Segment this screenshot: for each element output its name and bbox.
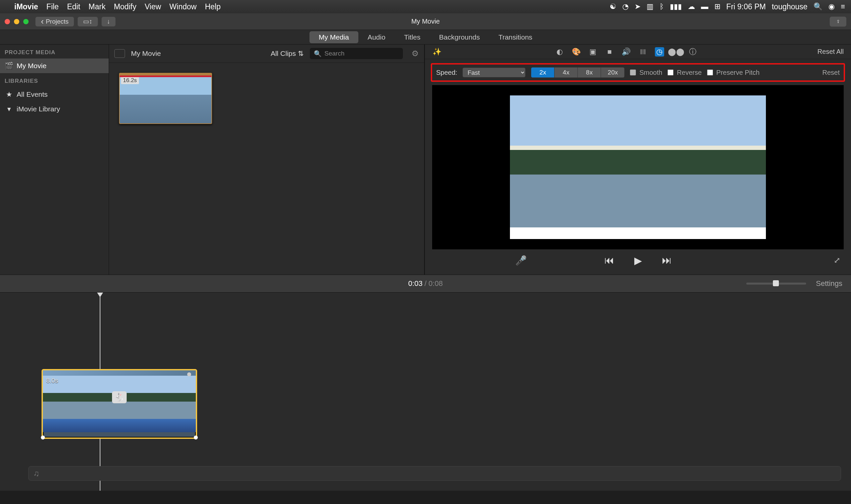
speed-4x-button[interactable]: 4x	[555, 68, 578, 77]
clip-trim-handle-right[interactable]	[194, 435, 198, 439]
menu-window[interactable]: Window	[169, 2, 197, 11]
cloud-icon[interactable]: ☁	[688, 2, 695, 11]
reverse-checkbox[interactable]: Reverse	[668, 69, 701, 76]
browser-settings-button[interactable]: ⚙	[412, 49, 419, 58]
timecode-display: 0:03/0:08	[408, 279, 443, 288]
display-icon[interactable]: ▥	[647, 2, 654, 11]
menu-mark[interactable]: Mark	[88, 2, 105, 11]
timeline-clip-duration: 8.0s	[46, 377, 58, 384]
battery2-icon[interactable]: ▬	[701, 2, 708, 11]
total-time: 0:08	[429, 279, 443, 288]
clapboard-icon: 🎬	[5, 62, 13, 70]
smooth-checkbox[interactable]: Smooth	[630, 69, 662, 76]
timeline-settings-button[interactable]: Settings	[816, 279, 843, 288]
fullscreen-button[interactable]: ⤢	[834, 256, 840, 265]
location-icon[interactable]: ➤	[635, 2, 640, 11]
star-icon: ★	[5, 90, 13, 98]
color-correction-icon[interactable]: 🎨	[572, 47, 581, 56]
reset-all-button[interactable]: Reset All	[817, 48, 844, 55]
status-icon[interactable]: ◔	[622, 2, 629, 11]
sidebar-toggle-button[interactable]	[114, 49, 125, 58]
previous-button[interactable]: ⏮	[604, 255, 614, 266]
chevron-updown-icon: ⇅	[298, 50, 304, 57]
macos-menubar: iMovie File Edit Mark Modify View Window…	[0, 0, 851, 13]
menubar-user[interactable]: toughouse	[772, 2, 808, 11]
close-window-button[interactable]	[5, 19, 10, 24]
speed-label: Speed:	[436, 69, 457, 76]
clip-filter-icon[interactable]: ⬤⬤	[671, 47, 681, 56]
timeline-zoom-slider[interactable]	[746, 283, 806, 285]
audio-waveform[interactable]	[43, 419, 196, 432]
fullscreen-window-button[interactable]	[23, 19, 29, 24]
disclosure-triangle-icon[interactable]: ▾	[5, 105, 13, 113]
sidebar-item-label: My Movie	[17, 62, 47, 70]
menu-file[interactable]: File	[47, 2, 59, 11]
speed-multiplier-segmented: 2x 4x 8x 20x	[531, 67, 624, 78]
menu-modify[interactable]: Modify	[114, 2, 136, 11]
back-to-projects-button[interactable]: Projects	[35, 17, 74, 26]
grid-icon[interactable]: ⊞	[714, 2, 720, 11]
tab-backgrounds[interactable]: Backgrounds	[430, 31, 489, 43]
clip-trim-handle-left[interactable]	[41, 435, 45, 439]
clips-filter-dropdown[interactable]: All Clips ⇅	[271, 50, 304, 57]
browser-content: 16.2s	[109, 63, 424, 275]
timeline[interactable]: 8.0s 🐇 ♫	[0, 292, 851, 491]
tab-transitions[interactable]: Transitions	[489, 31, 542, 43]
notification-center-icon[interactable]: ≡	[841, 2, 845, 11]
next-button[interactable]: ⏭	[662, 255, 672, 266]
spotlight-icon[interactable]: 🔍	[813, 2, 822, 11]
info-icon[interactable]: ⓘ	[688, 47, 698, 56]
minimize-window-button[interactable]	[14, 19, 19, 24]
section-project-media: PROJECT MEDIA	[0, 44, 109, 58]
media-clip[interactable]: 16.2s	[119, 73, 212, 124]
preserve-pitch-checkbox[interactable]: Preserve Pitch	[707, 69, 760, 76]
import-media-button[interactable]: ▭↕	[77, 17, 98, 26]
sidebar-item-all-events[interactable]: ★ All Events	[0, 87, 109, 102]
timeline-header: 0:03/0:08 Settings	[0, 275, 851, 292]
stabilization-icon[interactable]: ■	[605, 47, 614, 56]
auto-enhance-icon[interactable]: ✨	[432, 47, 441, 56]
app-menu[interactable]: iMovie	[14, 2, 38, 11]
sidebar-item-label: All Events	[17, 90, 48, 98]
speed-dropdown[interactable]: Fast	[463, 68, 526, 77]
sidebar-item-my-movie[interactable]: 🎬 My Movie	[0, 58, 109, 73]
speed-8x-button[interactable]: 8x	[578, 68, 601, 77]
voiceover-button[interactable]: 🎤	[515, 255, 527, 266]
tab-audio[interactable]: Audio	[358, 31, 395, 43]
color-balance-icon[interactable]: ◐	[555, 47, 564, 56]
window-titlebar: Projects ▭↕ ↓ My Movie ⇪	[0, 13, 851, 30]
volume-icon[interactable]: 🔊	[622, 47, 631, 56]
search-input[interactable]: 🔍 Search	[310, 48, 403, 59]
video-viewport[interactable]	[432, 85, 844, 249]
browser-title: My Movie	[131, 50, 161, 57]
clip-duration-badge: 16.2s	[121, 77, 139, 84]
wechat-icon[interactable]: ☯	[610, 2, 616, 11]
bluetooth-icon[interactable]: ᛒ	[659, 2, 664, 11]
speed-indicator-icon[interactable]	[187, 372, 191, 376]
siri-icon[interactable]: ◉	[828, 2, 835, 11]
tab-titles[interactable]: Titles	[395, 31, 430, 43]
download-button[interactable]: ↓	[102, 17, 116, 26]
menu-edit[interactable]: Edit	[67, 2, 80, 11]
share-button[interactable]: ⇪	[830, 17, 846, 26]
battery-icon[interactable]: ▮▮▮	[670, 2, 682, 11]
menubar-clock[interactable]: Fri 9:06 PM	[726, 2, 766, 11]
library-sidebar: PROJECT MEDIA 🎬 My Movie LIBRARIES ★ All…	[0, 44, 109, 275]
play-button[interactable]: ▶	[634, 255, 642, 266]
current-time: 0:03	[408, 279, 422, 288]
crop-icon[interactable]: ▣	[589, 47, 598, 56]
speed-reset-button[interactable]: Reset	[822, 69, 840, 76]
speed-20x-button[interactable]: 20x	[601, 68, 624, 77]
music-track-well[interactable]: ♫	[28, 466, 841, 481]
menu-view[interactable]: View	[145, 2, 161, 11]
viewer: 🎤 ⏮ ▶ ⏭ ⤢	[425, 85, 851, 275]
noise-reduction-icon[interactable]: ⦀⦀	[638, 47, 648, 56]
inspector-toolbar: ✨ ◐ 🎨 ▣ ■ 🔊 ⦀⦀ ◷ ⬤⬤ ⓘ Reset All	[425, 44, 851, 59]
tab-my-media[interactable]: My Media	[309, 31, 358, 43]
menu-help[interactable]: Help	[205, 2, 220, 11]
timeline-clip[interactable]: 8.0s 🐇	[41, 369, 197, 439]
sidebar-item-imovie-library[interactable]: ▾ iMovie Library	[0, 102, 109, 116]
search-icon: 🔍	[314, 50, 322, 57]
speed-icon[interactable]: ◷	[655, 47, 664, 56]
speed-2x-button[interactable]: 2x	[531, 68, 555, 77]
